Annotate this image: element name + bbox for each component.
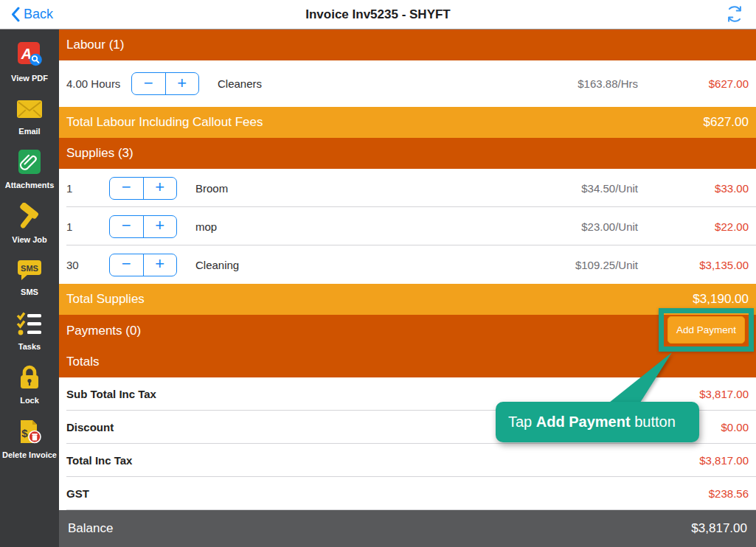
sidebar-item-label: Delete Invoice <box>2 450 57 460</box>
svg-text:$: $ <box>21 427 28 439</box>
quantity-label: 1 <box>66 182 109 195</box>
gst-value: $238.56 <box>709 487 749 500</box>
refresh-icon <box>725 4 744 24</box>
lock-icon <box>15 363 44 394</box>
hammer-icon <box>15 203 44 234</box>
minus-icon: − <box>122 216 131 235</box>
line-total: $22.00 <box>638 220 749 233</box>
plus-icon: + <box>155 216 164 235</box>
plus-icon: + <box>155 254 164 274</box>
sidebar-item-view-pdf[interactable]: A View PDF <box>0 41 59 83</box>
labour-total-label: Total Labour Including Callout Fees <box>66 115 263 130</box>
labour-total-bar: Total Labour Including Callout Fees $627… <box>59 107 756 138</box>
sidebar-item-label: Tasks <box>18 342 41 352</box>
quantity-stepper: − + <box>109 177 177 200</box>
item-name: Cleaning <box>195 259 538 271</box>
sidebar-item-lock[interactable]: Lock <box>0 363 59 405</box>
quantity-stepper: − + <box>109 215 177 238</box>
tooltip-text: Tap <box>508 414 536 431</box>
back-chevron-icon <box>11 7 20 22</box>
labour-row: 4.00 Hours − + Cleaners $163.88/Hrs $627… <box>59 60 756 107</box>
sidebar-item-delete-invoice[interactable]: $ Delete Invoice <box>0 418 59 460</box>
total-inc-tax-label: Total Inc Tax <box>66 454 132 467</box>
labour-total-value: $627.00 <box>704 115 749 130</box>
balance-bar: Balance $3,817.00 <box>59 510 756 547</box>
item-name: Cleaners <box>218 77 538 90</box>
gst-label: GST <box>66 487 89 500</box>
plus-icon: + <box>177 74 187 93</box>
unit-rate: $34.50/Unit <box>538 182 638 195</box>
tooltip-text-bold: Add Payment <box>536 414 631 431</box>
supply-row: 1 − + Broom $34.50/Unit $33.00 <box>59 169 756 207</box>
item-name: mop <box>195 220 538 233</box>
attachments-icon <box>15 148 44 179</box>
supply-row: 1 − + mop $23.00/Unit $22.00 <box>59 207 756 245</box>
svg-text:SMS: SMS <box>21 264 38 273</box>
sidebar: A View PDF Email <box>0 29 59 547</box>
sidebar-item-tasks[interactable]: Tasks <box>0 310 59 352</box>
sidebar-item-attachments[interactable]: Attachments <box>0 148 59 190</box>
decrease-quantity-button[interactable]: − <box>132 73 166 94</box>
quantity-label: 30 <box>66 259 109 271</box>
pdf-icon: A <box>15 41 44 72</box>
unit-rate: $23.00/Unit <box>538 220 638 233</box>
add-payment-button[interactable]: Add Payment <box>667 316 745 344</box>
minus-icon: − <box>144 74 153 93</box>
sidebar-item-label: Email <box>18 127 40 136</box>
sidebar-item-label: Lock <box>20 396 39 405</box>
quantity-label: 4.00 Hours <box>66 77 131 90</box>
labour-section-header: Labour (1) <box>59 29 756 60</box>
totals-section-header: Totals <box>59 346 756 377</box>
decrease-quantity-button[interactable]: − <box>110 216 144 237</box>
discount-value: $0.00 <box>721 421 749 433</box>
unit-rate: $109.25/Unit <box>538 259 638 271</box>
increase-quantity-button[interactable]: + <box>144 254 177 276</box>
plus-icon: + <box>155 178 164 197</box>
back-button[interactable]: Back <box>0 7 53 22</box>
gst-row: GST $238.56 <box>59 477 756 510</box>
sidebar-item-label: SMS <box>21 288 38 297</box>
refresh-button[interactable] <box>725 4 744 24</box>
quantity-stepper: − + <box>109 254 177 276</box>
sms-icon: SMS <box>15 257 44 286</box>
sidebar-item-label: View PDF <box>11 74 48 83</box>
decrease-quantity-button[interactable]: − <box>110 254 144 276</box>
navigation-bar: Back Invoice Inv5235 - SHYFT <box>0 0 756 29</box>
invoice-panel: Labour (1) 4.00 Hours − + Cleaners $163.… <box>59 29 756 547</box>
balance-label: Balance <box>68 521 113 536</box>
subtotal-label: Sub Total Inc Tax <box>66 388 156 400</box>
quantity-label: 1 <box>66 220 109 233</box>
tasks-icon <box>15 310 44 341</box>
supplies-total-value: $3,190.00 <box>693 292 749 307</box>
sidebar-item-email[interactable]: Email <box>0 96 59 136</box>
page-title: Invoice Inv5235 - SHYFT <box>0 7 756 22</box>
supplies-total-label: Total Supplies <box>66 292 145 307</box>
line-total: $33.00 <box>638 182 749 195</box>
sidebar-item-view-job[interactable]: View Job <box>0 203 59 245</box>
email-icon <box>15 96 44 125</box>
increase-quantity-button[interactable]: + <box>144 216 177 237</box>
supplies-section-header: Supplies (3) <box>59 138 756 169</box>
supplies-rows: 1 − + Broom $34.50/Unit $33.00 1 − + mop <box>59 169 756 284</box>
line-total: $3,135.00 <box>638 259 749 271</box>
total-inc-tax-value: $3,817.00 <box>699 454 749 467</box>
coachmark-tooltip: Tap Add Payment button <box>496 402 699 442</box>
increase-quantity-button[interactable]: + <box>166 73 199 94</box>
back-label: Back <box>24 7 53 22</box>
discount-label: Discount <box>66 421 114 433</box>
sidebar-item-label: View Job <box>12 235 46 245</box>
minus-icon: − <box>122 178 131 197</box>
delete-invoice-icon: $ <box>15 418 44 449</box>
supply-row: 30 − + Cleaning $109.25/Unit $3,135.00 <box>59 245 756 284</box>
decrease-quantity-button[interactable]: − <box>110 178 144 199</box>
total-inc-tax-row: Total Inc Tax $3,817.00 <box>59 444 756 477</box>
supplies-total-bar: Total Supplies $3,190.00 <box>59 284 756 315</box>
payments-totals-block: Payments (0) Totals Add Payment <box>59 315 756 377</box>
unit-rate: $163.88/Hrs <box>538 77 638 90</box>
quantity-stepper: − + <box>131 72 199 95</box>
tooltip-text: button <box>631 414 676 431</box>
increase-quantity-button[interactable]: + <box>144 178 177 199</box>
line-total: $627.00 <box>638 77 749 90</box>
balance-value: $3,817.00 <box>691 521 747 536</box>
sidebar-item-sms[interactable]: SMS SMS <box>0 257 59 297</box>
